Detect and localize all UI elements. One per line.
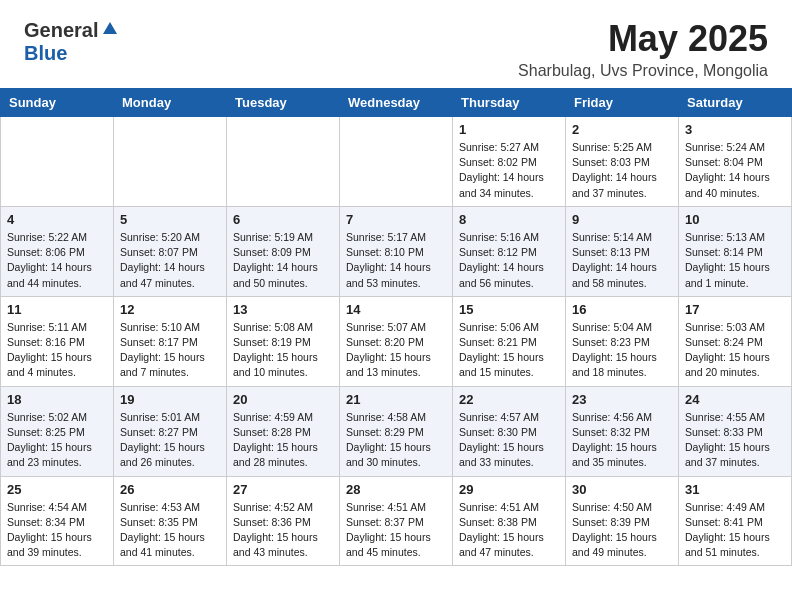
col-header-monday: Monday bbox=[114, 89, 227, 117]
calendar-cell bbox=[340, 117, 453, 207]
day-info: Sunrise: 4:49 AM Sunset: 8:41 PM Dayligh… bbox=[685, 500, 785, 561]
day-info: Sunrise: 5:04 AM Sunset: 8:23 PM Dayligh… bbox=[572, 320, 672, 381]
day-number: 14 bbox=[346, 302, 446, 317]
day-number: 4 bbox=[7, 212, 107, 227]
day-number: 22 bbox=[459, 392, 559, 407]
calendar-cell: 1Sunrise: 5:27 AM Sunset: 8:02 PM Daylig… bbox=[453, 117, 566, 207]
day-info: Sunrise: 5:17 AM Sunset: 8:10 PM Dayligh… bbox=[346, 230, 446, 291]
calendar-cell: 4Sunrise: 5:22 AM Sunset: 8:06 PM Daylig… bbox=[1, 206, 114, 296]
day-number: 7 bbox=[346, 212, 446, 227]
col-header-friday: Friday bbox=[566, 89, 679, 117]
day-number: 16 bbox=[572, 302, 672, 317]
calendar-cell: 19Sunrise: 5:01 AM Sunset: 8:27 PM Dayli… bbox=[114, 386, 227, 476]
day-number: 11 bbox=[7, 302, 107, 317]
day-info: Sunrise: 5:19 AM Sunset: 8:09 PM Dayligh… bbox=[233, 230, 333, 291]
day-number: 30 bbox=[572, 482, 672, 497]
col-header-saturday: Saturday bbox=[679, 89, 792, 117]
calendar-cell: 9Sunrise: 5:14 AM Sunset: 8:13 PM Daylig… bbox=[566, 206, 679, 296]
day-info: Sunrise: 4:52 AM Sunset: 8:36 PM Dayligh… bbox=[233, 500, 333, 561]
title-block: May 2025 Sharbulag, Uvs Province, Mongol… bbox=[518, 18, 768, 80]
day-number: 25 bbox=[7, 482, 107, 497]
day-info: Sunrise: 5:25 AM Sunset: 8:03 PM Dayligh… bbox=[572, 140, 672, 201]
day-info: Sunrise: 5:07 AM Sunset: 8:20 PM Dayligh… bbox=[346, 320, 446, 381]
day-info: Sunrise: 5:27 AM Sunset: 8:02 PM Dayligh… bbox=[459, 140, 559, 201]
week-row: 4Sunrise: 5:22 AM Sunset: 8:06 PM Daylig… bbox=[1, 206, 792, 296]
calendar-cell: 10Sunrise: 5:13 AM Sunset: 8:14 PM Dayli… bbox=[679, 206, 792, 296]
day-number: 1 bbox=[459, 122, 559, 137]
day-info: Sunrise: 5:10 AM Sunset: 8:17 PM Dayligh… bbox=[120, 320, 220, 381]
col-header-tuesday: Tuesday bbox=[227, 89, 340, 117]
logo-general-text: General bbox=[24, 19, 98, 42]
calendar-header-row: SundayMondayTuesdayWednesdayThursdayFrid… bbox=[1, 89, 792, 117]
day-info: Sunrise: 5:11 AM Sunset: 8:16 PM Dayligh… bbox=[7, 320, 107, 381]
calendar-cell: 30Sunrise: 4:50 AM Sunset: 8:39 PM Dayli… bbox=[566, 476, 679, 566]
calendar-cell: 11Sunrise: 5:11 AM Sunset: 8:16 PM Dayli… bbox=[1, 296, 114, 386]
day-number: 10 bbox=[685, 212, 785, 227]
week-row: 11Sunrise: 5:11 AM Sunset: 8:16 PM Dayli… bbox=[1, 296, 792, 386]
calendar-cell: 2Sunrise: 5:25 AM Sunset: 8:03 PM Daylig… bbox=[566, 117, 679, 207]
calendar-cell: 14Sunrise: 5:07 AM Sunset: 8:20 PM Dayli… bbox=[340, 296, 453, 386]
day-number: 6 bbox=[233, 212, 333, 227]
calendar-cell: 26Sunrise: 4:53 AM Sunset: 8:35 PM Dayli… bbox=[114, 476, 227, 566]
day-info: Sunrise: 4:55 AM Sunset: 8:33 PM Dayligh… bbox=[685, 410, 785, 471]
day-info: Sunrise: 4:54 AM Sunset: 8:34 PM Dayligh… bbox=[7, 500, 107, 561]
calendar-cell: 27Sunrise: 4:52 AM Sunset: 8:36 PM Dayli… bbox=[227, 476, 340, 566]
calendar-cell bbox=[114, 117, 227, 207]
page-header: General Blue May 2025 Sharbulag, Uvs Pro… bbox=[0, 0, 792, 88]
calendar-cell: 29Sunrise: 4:51 AM Sunset: 8:38 PM Dayli… bbox=[453, 476, 566, 566]
calendar-cell: 17Sunrise: 5:03 AM Sunset: 8:24 PM Dayli… bbox=[679, 296, 792, 386]
day-number: 28 bbox=[346, 482, 446, 497]
day-info: Sunrise: 4:51 AM Sunset: 8:37 PM Dayligh… bbox=[346, 500, 446, 561]
day-number: 5 bbox=[120, 212, 220, 227]
day-number: 26 bbox=[120, 482, 220, 497]
calendar-cell: 8Sunrise: 5:16 AM Sunset: 8:12 PM Daylig… bbox=[453, 206, 566, 296]
day-info: Sunrise: 4:50 AM Sunset: 8:39 PM Dayligh… bbox=[572, 500, 672, 561]
day-number: 19 bbox=[120, 392, 220, 407]
calendar-cell: 25Sunrise: 4:54 AM Sunset: 8:34 PM Dayli… bbox=[1, 476, 114, 566]
calendar-table: SundayMondayTuesdayWednesdayThursdayFrid… bbox=[0, 88, 792, 566]
col-header-wednesday: Wednesday bbox=[340, 89, 453, 117]
day-number: 20 bbox=[233, 392, 333, 407]
calendar-cell: 6Sunrise: 5:19 AM Sunset: 8:09 PM Daylig… bbox=[227, 206, 340, 296]
calendar-cell: 18Sunrise: 5:02 AM Sunset: 8:25 PM Dayli… bbox=[1, 386, 114, 476]
day-number: 8 bbox=[459, 212, 559, 227]
logo-arrow-icon bbox=[101, 20, 119, 42]
logo-blue-text: Blue bbox=[24, 42, 67, 64]
calendar-cell: 7Sunrise: 5:17 AM Sunset: 8:10 PM Daylig… bbox=[340, 206, 453, 296]
calendar-cell: 3Sunrise: 5:24 AM Sunset: 8:04 PM Daylig… bbox=[679, 117, 792, 207]
day-info: Sunrise: 4:53 AM Sunset: 8:35 PM Dayligh… bbox=[120, 500, 220, 561]
calendar-cell: 31Sunrise: 4:49 AM Sunset: 8:41 PM Dayli… bbox=[679, 476, 792, 566]
week-row: 25Sunrise: 4:54 AM Sunset: 8:34 PM Dayli… bbox=[1, 476, 792, 566]
calendar-cell: 24Sunrise: 4:55 AM Sunset: 8:33 PM Dayli… bbox=[679, 386, 792, 476]
day-info: Sunrise: 4:58 AM Sunset: 8:29 PM Dayligh… bbox=[346, 410, 446, 471]
day-info: Sunrise: 5:02 AM Sunset: 8:25 PM Dayligh… bbox=[7, 410, 107, 471]
calendar-cell: 15Sunrise: 5:06 AM Sunset: 8:21 PM Dayli… bbox=[453, 296, 566, 386]
day-info: Sunrise: 5:13 AM Sunset: 8:14 PM Dayligh… bbox=[685, 230, 785, 291]
calendar-location: Sharbulag, Uvs Province, Mongolia bbox=[518, 62, 768, 80]
day-number: 3 bbox=[685, 122, 785, 137]
svg-marker-0 bbox=[103, 22, 117, 34]
day-number: 15 bbox=[459, 302, 559, 317]
day-info: Sunrise: 5:24 AM Sunset: 8:04 PM Dayligh… bbox=[685, 140, 785, 201]
day-info: Sunrise: 5:20 AM Sunset: 8:07 PM Dayligh… bbox=[120, 230, 220, 291]
day-info: Sunrise: 4:51 AM Sunset: 8:38 PM Dayligh… bbox=[459, 500, 559, 561]
day-number: 29 bbox=[459, 482, 559, 497]
day-info: Sunrise: 5:22 AM Sunset: 8:06 PM Dayligh… bbox=[7, 230, 107, 291]
calendar-cell bbox=[227, 117, 340, 207]
day-number: 2 bbox=[572, 122, 672, 137]
day-info: Sunrise: 4:59 AM Sunset: 8:28 PM Dayligh… bbox=[233, 410, 333, 471]
day-info: Sunrise: 4:57 AM Sunset: 8:30 PM Dayligh… bbox=[459, 410, 559, 471]
calendar-cell: 5Sunrise: 5:20 AM Sunset: 8:07 PM Daylig… bbox=[114, 206, 227, 296]
day-info: Sunrise: 4:56 AM Sunset: 8:32 PM Dayligh… bbox=[572, 410, 672, 471]
calendar-title: May 2025 bbox=[518, 18, 768, 60]
day-info: Sunrise: 5:14 AM Sunset: 8:13 PM Dayligh… bbox=[572, 230, 672, 291]
calendar-cell: 22Sunrise: 4:57 AM Sunset: 8:30 PM Dayli… bbox=[453, 386, 566, 476]
day-number: 21 bbox=[346, 392, 446, 407]
day-number: 9 bbox=[572, 212, 672, 227]
day-info: Sunrise: 5:03 AM Sunset: 8:24 PM Dayligh… bbox=[685, 320, 785, 381]
calendar-cell: 20Sunrise: 4:59 AM Sunset: 8:28 PM Dayli… bbox=[227, 386, 340, 476]
col-header-thursday: Thursday bbox=[453, 89, 566, 117]
day-number: 24 bbox=[685, 392, 785, 407]
day-info: Sunrise: 5:08 AM Sunset: 8:19 PM Dayligh… bbox=[233, 320, 333, 381]
calendar-cell: 12Sunrise: 5:10 AM Sunset: 8:17 PM Dayli… bbox=[114, 296, 227, 386]
